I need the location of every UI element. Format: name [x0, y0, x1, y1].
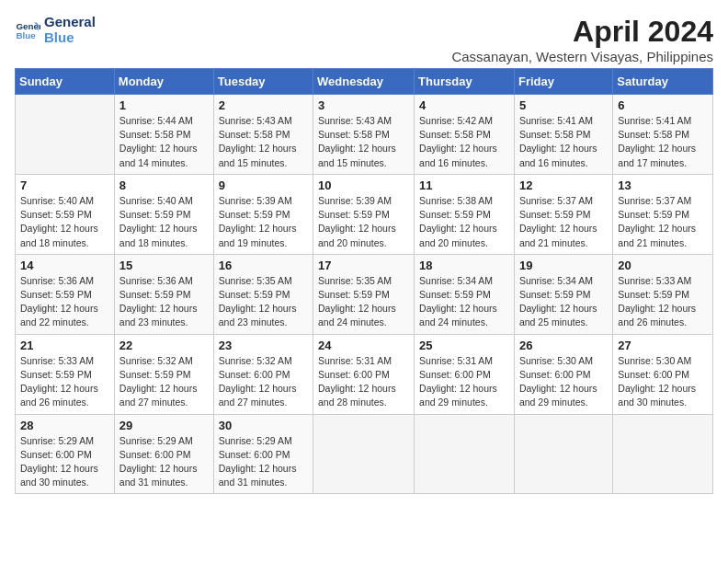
day-number: 4 [419, 98, 509, 112]
calendar-week-row: 14Sunrise: 5:36 AMSunset: 5:59 PMDayligh… [16, 254, 713, 334]
header-wednesday: Wednesday [313, 69, 415, 95]
logo-icon: General Blue [15, 17, 40, 43]
calendar-cell: 28Sunrise: 5:29 AMSunset: 6:00 PMDayligh… [16, 414, 115, 494]
day-number: 16 [219, 259, 308, 272]
day-info: Sunrise: 5:34 AMSunset: 5:59 PMDaylight:… [519, 274, 608, 330]
day-number: 26 [519, 339, 608, 352]
calendar-cell [16, 95, 115, 175]
calendar-cell [415, 414, 515, 494]
day-info: Sunrise: 5:44 AMSunset: 5:58 PMDaylight:… [119, 114, 209, 170]
calendar-cell: 24Sunrise: 5:31 AMSunset: 6:00 PMDayligh… [313, 334, 415, 414]
day-info: Sunrise: 5:43 AMSunset: 5:58 PMDaylight:… [219, 114, 308, 170]
day-info: Sunrise: 5:29 AMSunset: 6:00 PMDaylight:… [219, 434, 308, 490]
calendar-cell: 8Sunrise: 5:40 AMSunset: 5:59 PMDaylight… [114, 174, 213, 254]
day-info: Sunrise: 5:32 AMSunset: 6:00 PMDaylight:… [219, 354, 308, 410]
day-number: 7 [20, 178, 109, 192]
day-number: 6 [618, 98, 708, 112]
day-info: Sunrise: 5:39 AMSunset: 5:59 PMDaylight:… [318, 194, 409, 250]
day-number: 22 [119, 339, 209, 352]
calendar-cell: 18Sunrise: 5:34 AMSunset: 5:59 PMDayligh… [415, 254, 515, 334]
day-number: 11 [419, 178, 509, 192]
day-number: 25 [419, 339, 509, 352]
day-info: Sunrise: 5:37 AMSunset: 5:59 PMDaylight:… [618, 194, 708, 250]
header-saturday: Saturday [613, 69, 713, 95]
day-info: Sunrise: 5:29 AMSunset: 6:00 PMDaylight:… [119, 434, 209, 490]
calendar-cell: 5Sunrise: 5:41 AMSunset: 5:58 PMDaylight… [514, 95, 612, 175]
day-info: Sunrise: 5:35 AMSunset: 5:59 PMDaylight:… [318, 274, 409, 330]
calendar-week-row: 7Sunrise: 5:40 AMSunset: 5:59 PMDaylight… [16, 174, 713, 254]
day-info: Sunrise: 5:30 AMSunset: 6:00 PMDaylight:… [519, 354, 608, 410]
calendar-cell: 14Sunrise: 5:36 AMSunset: 5:59 PMDayligh… [16, 254, 115, 334]
day-info: Sunrise: 5:33 AMSunset: 5:59 PMDaylight:… [618, 274, 708, 330]
day-info: Sunrise: 5:41 AMSunset: 5:58 PMDaylight:… [519, 114, 608, 170]
calendar-cell: 23Sunrise: 5:32 AMSunset: 6:00 PMDayligh… [213, 334, 313, 414]
day-info: Sunrise: 5:41 AMSunset: 5:58 PMDaylight:… [618, 114, 708, 170]
header-tuesday: Tuesday [213, 69, 313, 95]
day-info: Sunrise: 5:39 AMSunset: 5:59 PMDaylight:… [219, 194, 308, 250]
day-number: 27 [618, 339, 708, 352]
calendar-cell: 22Sunrise: 5:32 AMSunset: 5:59 PMDayligh… [114, 334, 213, 414]
header-friday: Friday [514, 69, 612, 95]
day-number: 5 [519, 98, 608, 112]
day-number: 23 [219, 339, 308, 352]
calendar-cell: 25Sunrise: 5:31 AMSunset: 6:00 PMDayligh… [415, 334, 515, 414]
day-info: Sunrise: 5:33 AMSunset: 5:59 PMDaylight:… [20, 354, 109, 410]
day-info: Sunrise: 5:34 AMSunset: 5:59 PMDaylight:… [419, 274, 509, 330]
calendar-cell: 19Sunrise: 5:34 AMSunset: 5:59 PMDayligh… [514, 254, 612, 334]
day-number: 14 [20, 259, 109, 272]
calendar-cell: 13Sunrise: 5:37 AMSunset: 5:59 PMDayligh… [613, 174, 713, 254]
calendar-subtitle: Cassanayan, Western Visayas, Philippines [451, 49, 713, 64]
calendar-title: April 2024 [451, 15, 713, 49]
svg-text:General: General [16, 20, 40, 30]
day-number: 24 [318, 339, 409, 352]
day-number: 30 [219, 419, 308, 432]
calendar-cell: 9Sunrise: 5:39 AMSunset: 5:59 PMDaylight… [213, 174, 313, 254]
day-number: 2 [219, 98, 308, 112]
day-info: Sunrise: 5:42 AMSunset: 5:58 PMDaylight:… [419, 114, 509, 170]
day-info: Sunrise: 5:43 AMSunset: 5:58 PMDaylight:… [318, 114, 409, 170]
logo-blue: Blue [44, 30, 96, 46]
calendar-table: SundayMondayTuesdayWednesdayThursdayFrid… [15, 68, 713, 494]
calendar-cell: 29Sunrise: 5:29 AMSunset: 6:00 PMDayligh… [114, 414, 213, 494]
calendar-cell [514, 414, 612, 494]
calendar-cell: 7Sunrise: 5:40 AMSunset: 5:59 PMDaylight… [16, 174, 115, 254]
day-info: Sunrise: 5:32 AMSunset: 5:59 PMDaylight:… [119, 354, 209, 410]
day-info: Sunrise: 5:40 AMSunset: 5:59 PMDaylight:… [20, 194, 109, 250]
logo-general: General [44, 15, 96, 30]
calendar-cell: 21Sunrise: 5:33 AMSunset: 5:59 PMDayligh… [16, 334, 115, 414]
calendar-cell: 17Sunrise: 5:35 AMSunset: 5:59 PMDayligh… [313, 254, 415, 334]
calendar-cell: 27Sunrise: 5:30 AMSunset: 6:00 PMDayligh… [613, 334, 713, 414]
calendar-cell: 12Sunrise: 5:37 AMSunset: 5:59 PMDayligh… [514, 174, 612, 254]
calendar-cell: 20Sunrise: 5:33 AMSunset: 5:59 PMDayligh… [613, 254, 713, 334]
day-number: 28 [20, 419, 109, 432]
calendar-cell: 11Sunrise: 5:38 AMSunset: 5:59 PMDayligh… [415, 174, 515, 254]
day-number: 9 [219, 178, 308, 192]
day-info: Sunrise: 5:38 AMSunset: 5:59 PMDaylight:… [419, 194, 509, 250]
day-number: 20 [618, 259, 708, 272]
day-number: 12 [519, 178, 608, 192]
calendar-cell [613, 414, 713, 494]
header-sunday: Sunday [16, 69, 115, 95]
calendar-cell: 4Sunrise: 5:42 AMSunset: 5:58 PMDaylight… [415, 95, 515, 175]
day-info: Sunrise: 5:31 AMSunset: 6:00 PMDaylight:… [419, 354, 509, 410]
page-header: General Blue General Blue General Blue A… [15, 15, 713, 64]
day-number: 10 [318, 178, 409, 192]
day-number: 17 [318, 259, 409, 272]
calendar-cell: 10Sunrise: 5:39 AMSunset: 5:59 PMDayligh… [313, 174, 415, 254]
logo: General Blue General Blue General Blue [15, 15, 96, 45]
day-info: Sunrise: 5:36 AMSunset: 5:59 PMDaylight:… [20, 274, 109, 330]
calendar-cell: 6Sunrise: 5:41 AMSunset: 5:58 PMDaylight… [613, 95, 713, 175]
calendar-week-row: 28Sunrise: 5:29 AMSunset: 6:00 PMDayligh… [16, 414, 713, 494]
calendar-cell [313, 414, 415, 494]
calendar-cell: 15Sunrise: 5:36 AMSunset: 5:59 PMDayligh… [114, 254, 213, 334]
svg-text:Blue: Blue [16, 30, 36, 40]
day-info: Sunrise: 5:30 AMSunset: 6:00 PMDaylight:… [618, 354, 708, 410]
day-info: Sunrise: 5:36 AMSunset: 5:59 PMDaylight:… [119, 274, 209, 330]
day-number: 8 [119, 178, 209, 192]
calendar-week-row: 21Sunrise: 5:33 AMSunset: 5:59 PMDayligh… [16, 334, 713, 414]
header-monday: Monday [114, 69, 213, 95]
day-number: 15 [119, 259, 209, 272]
calendar-cell: 2Sunrise: 5:43 AMSunset: 5:58 PMDaylight… [213, 95, 313, 175]
day-number: 3 [318, 98, 409, 112]
day-info: Sunrise: 5:35 AMSunset: 5:59 PMDaylight:… [219, 274, 308, 330]
